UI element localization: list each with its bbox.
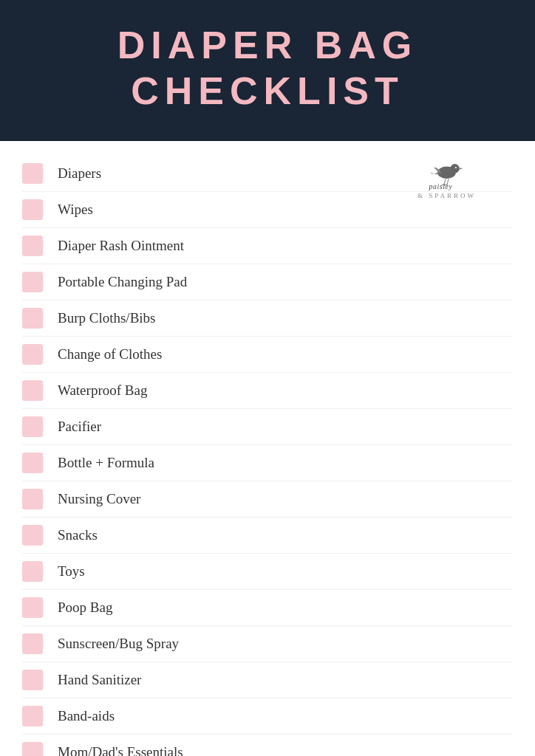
svg-point-1 — [450, 164, 459, 173]
checkbox[interactable] — [22, 163, 43, 184]
item-label: Hand Sanitizer — [58, 672, 141, 688]
list-item: Toys — [22, 554, 513, 590]
bird-logo-icon: paisley — [426, 157, 467, 190]
item-label: Snacks — [58, 527, 98, 543]
item-label: Wipes — [58, 202, 93, 218]
checkbox[interactable] — [22, 236, 43, 256]
checkbox[interactable] — [22, 489, 43, 509]
checkbox[interactable] — [22, 742, 43, 756]
item-label: Toys — [58, 563, 85, 580]
item-label: Pacifier — [58, 419, 101, 435]
logo: paisley & SPARROW — [418, 157, 476, 199]
item-label: Poop Bag — [58, 599, 112, 616]
checkbox[interactable] — [22, 272, 43, 292]
checkbox[interactable] — [22, 416, 43, 437]
checklist: DiapersWipesDiaper Rash OintmentPortable… — [22, 156, 513, 756]
list-item: Nursing Cover — [22, 481, 513, 518]
checkbox[interactable] — [22, 633, 43, 654]
list-item: Waterproof Bag — [22, 373, 513, 409]
checkbox[interactable] — [22, 380, 43, 401]
item-label: Diapers — [58, 165, 101, 182]
page-title: DIAPER BAG CHECKLIST — [30, 22, 505, 114]
header: DIAPER BAG CHECKLIST — [0, 0, 535, 141]
list-item: Snacks — [22, 518, 513, 554]
checkbox[interactable] — [22, 525, 43, 546]
checkbox[interactable] — [22, 597, 43, 618]
item-label: Change of Clothes — [58, 346, 162, 362]
content-area: paisley & SPARROW DiapersWipesDiaper Ras… — [0, 141, 535, 756]
list-item: Pacifier — [22, 409, 513, 445]
svg-point-3 — [455, 167, 457, 168]
list-item: Poop Bag — [22, 590, 513, 626]
item-label: Waterproof Bag — [58, 382, 147, 399]
item-label: Sunscreen/Bug Spray — [58, 636, 179, 652]
checkbox[interactable] — [22, 308, 43, 329]
list-item: Burp Cloths/Bibs — [22, 300, 513, 337]
checkbox[interactable] — [22, 670, 43, 690]
item-label: Diaper Rash Ointment — [58, 238, 184, 254]
list-item: Band-aids — [22, 698, 513, 735]
item-label: Portable Changing Pad — [58, 274, 187, 290]
svg-marker-2 — [460, 168, 463, 170]
list-item: Sunscreen/Bug Spray — [22, 626, 513, 662]
item-label: Bottle + Formula — [58, 455, 154, 471]
checkbox[interactable] — [22, 706, 43, 726]
list-item: Portable Changing Pad — [22, 264, 513, 300]
svg-text:paisley: paisley — [428, 182, 452, 190]
item-label: Mom/Dad's Essentials — [58, 744, 183, 756]
item-label: Nursing Cover — [58, 491, 140, 507]
checkbox[interactable] — [22, 199, 43, 220]
list-item: Bottle + Formula — [22, 445, 513, 481]
list-item: Mom/Dad's Essentials — [22, 735, 513, 756]
checkbox[interactable] — [22, 344, 43, 365]
logo-sub-text: & SPARROW — [418, 192, 476, 199]
item-label: Band-aids — [58, 708, 115, 724]
list-item: Hand Sanitizer — [22, 662, 513, 698]
checkbox[interactable] — [22, 453, 43, 473]
list-item: Diaper Rash Ointment — [22, 228, 513, 264]
checkbox[interactable] — [22, 561, 43, 582]
item-label: Burp Cloths/Bibs — [58, 310, 156, 326]
list-item: Change of Clothes — [22, 337, 513, 373]
